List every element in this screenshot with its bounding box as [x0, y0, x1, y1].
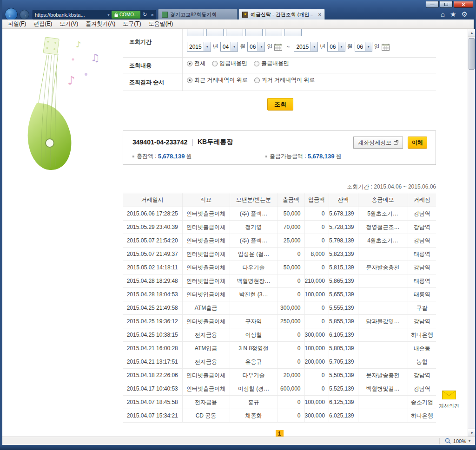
- radio-icon[interactable]: [187, 78, 192, 83]
- inquiry-button[interactable]: 조회: [267, 98, 293, 111]
- chevron-down-icon[interactable]: ▾: [469, 439, 470, 443]
- window-frame: [0, 445, 476, 450]
- forward-button[interactable]: →: [20, 10, 29, 20]
- table-cell: 6,105,139: [329, 328, 358, 342]
- day-unit: 일: [267, 43, 272, 51]
- menu-item[interactable]: 도움말(H): [145, 19, 177, 29]
- chevron-down-icon[interactable]: ▾: [231, 42, 238, 51]
- url-text[interactable]: https://bobank.kbsta...: [33, 12, 106, 18]
- table-cell: 2015.04.25 19:36:12: [123, 315, 182, 328]
- stop-icon[interactable]: ×: [149, 12, 156, 18]
- table-row: 2015.04.18 22:26:06인터넷출금이체다우기술20,00005,5…: [123, 369, 436, 382]
- from-month-select[interactable]: 04 ▾: [220, 42, 238, 52]
- table-cell: 중소기업: [408, 396, 436, 409]
- radio-option[interactable]: 출금내용만: [254, 59, 289, 67]
- radio-option[interactable]: 과거 거래내역이 위로: [254, 76, 315, 84]
- period-preset-button[interactable]: [206, 29, 224, 36]
- to-year-select[interactable]: 2015 ▾: [294, 42, 318, 52]
- form-row-divider: [123, 91, 436, 91]
- address-bar[interactable]: https://bobank.kbsta... ▾ COMO... ↻ ×: [33, 10, 156, 20]
- home-icon[interactable]: ⌂: [441, 9, 445, 20]
- calendar-icon[interactable]: [274, 43, 282, 51]
- chevron-down-icon[interactable]: ▾: [204, 42, 211, 51]
- transfer-button[interactable]: 이체: [408, 137, 427, 149]
- period-preset-button[interactable]: [265, 29, 282, 36]
- table-row: 2015.04.25 10:38:15전자금융이상철0300,0006,105,…: [123, 328, 436, 342]
- scroll-down-icon[interactable]: ▼: [468, 429, 476, 437]
- radio-option[interactable]: 입금내용만: [212, 59, 247, 67]
- table-cell: 인터넷출금이체: [182, 221, 230, 234]
- settings-gear-icon[interactable]: ⚙: [462, 9, 468, 20]
- radio-icon[interactable]: [187, 61, 192, 66]
- table-cell: 250,000: [278, 315, 304, 328]
- bullet-icon: [265, 156, 267, 157]
- form-row-divider: [123, 73, 436, 73]
- table-cell: 내손동: [408, 342, 436, 355]
- menu-item[interactable]: 편집(E): [30, 19, 56, 29]
- account-detail-label: 계좌상세정보: [358, 139, 391, 147]
- to-month-select[interactable]: 06 ▾: [327, 42, 345, 52]
- tab-other-site[interactable]: 경기고교82회동기회: [158, 9, 238, 20]
- site-favicon: [162, 12, 168, 18]
- table-cell: 5,728,139: [329, 221, 358, 234]
- table-cell: 인터넷출금이체: [182, 369, 230, 382]
- tab-close-icon[interactable]: ×: [318, 12, 321, 17]
- table-cell: 강남역: [408, 234, 436, 248]
- refresh-icon[interactable]: ↻: [141, 12, 149, 18]
- period-preset-button[interactable]: [226, 29, 243, 36]
- radio-option[interactable]: 최근 거래내역이 위로: [187, 76, 248, 84]
- table-row: 2015.04.21 16:00:28ATM입금3 N 8정영철0100,000…: [123, 342, 436, 355]
- close-button[interactable]: ×: [454, 1, 473, 8]
- table-cell: 2015.04.07 15:34:21: [123, 409, 182, 423]
- scrollbar-thumb[interactable]: [469, 38, 475, 70]
- table-cell: 0: [278, 342, 304, 355]
- menu-item[interactable]: 파일(F): [4, 19, 30, 29]
- feedback-widget[interactable]: 개선의견: [438, 389, 460, 410]
- menu-item[interactable]: 보기(V): [56, 19, 82, 29]
- table-row: 2015.04.25 19:36:12인터넷출금이체구자익250,00005,8…: [123, 315, 436, 328]
- envelope-icon[interactable]: [442, 389, 456, 399]
- page-number[interactable]: 1: [276, 430, 284, 437]
- chevron-down-icon[interactable]: ▾: [258, 42, 264, 51]
- chevron-down-icon[interactable]: ▾: [365, 42, 372, 51]
- chevron-down-icon[interactable]: ▾: [338, 42, 345, 51]
- chevron-down-icon[interactable]: ▾: [106, 13, 111, 17]
- period-preset-button[interactable]: [284, 29, 302, 36]
- table-cell: 5,823,139: [329, 248, 358, 261]
- radio-icon[interactable]: [212, 61, 218, 66]
- table-cell: 70,000: [278, 221, 304, 234]
- table-cell: [358, 301, 408, 315]
- table-cell: 농협: [408, 355, 436, 369]
- status-bar: 100% ▾: [2, 437, 475, 445]
- period-preset-button[interactable]: [187, 29, 204, 36]
- to-day-select[interactable]: 06 ▾: [355, 42, 372, 52]
- radio-icon[interactable]: [254, 78, 260, 83]
- table-cell: 강남역: [408, 315, 436, 328]
- calendar-icon[interactable]: [382, 43, 390, 51]
- table-cell: 5,525,139: [329, 382, 358, 396]
- table-row: 2015.04.07 15:34:21CD 공동채종화0300,0006,025…: [123, 409, 436, 423]
- from-day-select[interactable]: 06 ▾: [247, 42, 265, 52]
- radio-label: 입금내용만: [219, 59, 247, 67]
- account-detail-button[interactable]: 계좌상세정보: [353, 137, 403, 149]
- radio-label: 전체: [194, 59, 205, 67]
- table-cell: 이상철 (경…: [230, 382, 278, 396]
- menu-item[interactable]: 즐겨찾기(A): [82, 19, 119, 29]
- table-cell: 2015.05.07 21:49:37: [123, 248, 182, 261]
- tab-active-banking[interactable]: ★ 예금신탁 - 간편조회 (개인... ×: [238, 9, 325, 20]
- zoom-level[interactable]: 100%: [453, 438, 466, 444]
- table-cell: 하나은행: [408, 328, 436, 342]
- minimize-button[interactable]: —: [426, 1, 439, 8]
- favorites-star-icon[interactable]: ★: [450, 9, 456, 20]
- maximize-button[interactable]: [440, 1, 453, 8]
- radio-option[interactable]: 전체: [187, 59, 205, 67]
- period-preset-button[interactable]: [245, 29, 263, 36]
- chevron-down-icon[interactable]: ▾: [311, 42, 317, 51]
- from-year-select[interactable]: 2015 ▾: [187, 42, 211, 52]
- scroll-up-icon[interactable]: ▲: [468, 29, 476, 37]
- table-cell: 5,865,139: [329, 274, 358, 288]
- radio-icon[interactable]: [254, 61, 259, 66]
- vertical-scrollbar[interactable]: ▲ ▼: [468, 29, 475, 437]
- security-certificate-badge[interactable]: COMO...: [112, 11, 140, 19]
- menu-item[interactable]: 도구(T): [119, 19, 145, 29]
